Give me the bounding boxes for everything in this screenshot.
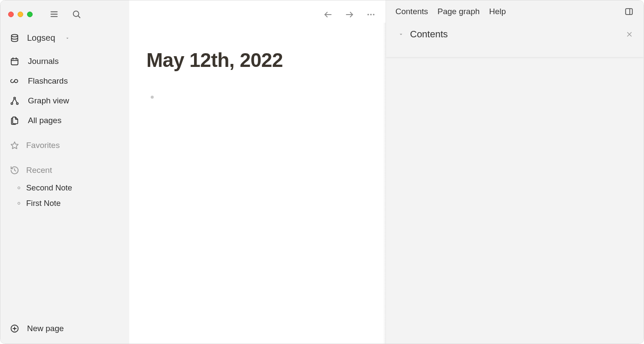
nav-graph-view[interactable]: Graph view xyxy=(0,91,129,111)
svg-point-10 xyxy=(14,97,15,99)
star-icon xyxy=(10,141,19,150)
main-content: May 12th, 2022 xyxy=(129,0,386,344)
recent-section[interactable]: Recent xyxy=(0,153,129,178)
svg-point-23 xyxy=(368,14,369,15)
page-content: May 12th, 2022 xyxy=(129,23,386,99)
bullet-icon xyxy=(18,187,20,189)
svg-rect-6 xyxy=(11,59,18,65)
nav-journals[interactable]: Journals xyxy=(0,51,129,71)
new-page-button[interactable]: New page xyxy=(0,316,129,344)
graph-name: Logseq xyxy=(27,33,55,43)
app-window: Logseq Journals Flashcards xyxy=(0,0,644,344)
tab-page-graph[interactable]: Page graph xyxy=(437,7,480,16)
favorites-label: Favorites xyxy=(26,141,60,150)
svg-line-4 xyxy=(78,16,80,18)
nav-flashcards[interactable]: Flashcards xyxy=(0,71,129,91)
left-sidebar: Logseq Journals Flashcards xyxy=(0,0,129,344)
minimize-window-button[interactable] xyxy=(18,12,23,17)
tab-contents[interactable]: Contents xyxy=(395,7,428,16)
recent-item-label: First Note xyxy=(26,199,61,208)
bullet-icon xyxy=(18,202,20,205)
svg-marker-15 xyxy=(11,142,18,149)
tab-help[interactable]: Help xyxy=(489,7,506,16)
maximize-window-button[interactable] xyxy=(27,12,33,17)
svg-point-25 xyxy=(373,14,375,15)
nav-label: Flashcards xyxy=(28,76,68,86)
graph-icon xyxy=(10,96,19,106)
bullet-icon xyxy=(151,96,154,99)
window-controls xyxy=(8,12,33,17)
new-page-label: New page xyxy=(27,324,64,333)
empty-block[interactable] xyxy=(146,96,368,99)
page-title[interactable]: May 12th, 2022 xyxy=(146,48,368,72)
database-icon xyxy=(10,33,19,43)
svg-point-11 xyxy=(11,103,13,104)
right-tabs: Contents Page graph Help xyxy=(386,0,644,21)
close-window-button[interactable] xyxy=(8,12,14,17)
svg-line-14 xyxy=(15,99,17,103)
svg-rect-26 xyxy=(626,9,632,15)
svg-point-5 xyxy=(12,34,18,37)
svg-point-24 xyxy=(370,14,372,15)
plus-circle-icon xyxy=(10,324,19,333)
history-icon xyxy=(10,166,19,175)
svg-line-13 xyxy=(12,99,15,103)
top-icons xyxy=(49,9,82,19)
collapse-caret-icon[interactable] xyxy=(398,31,404,37)
search-icon[interactable] xyxy=(71,9,82,19)
panel-title[interactable]: Contents xyxy=(410,29,448,40)
favorites-section[interactable]: Favorites xyxy=(0,133,129,153)
calendar-icon xyxy=(10,57,19,66)
titlebar xyxy=(0,5,129,27)
recent-item[interactable]: Second Note xyxy=(18,180,129,196)
panel-header: Contents xyxy=(398,29,633,40)
recent-item[interactable]: First Note xyxy=(18,196,129,211)
forward-button[interactable] xyxy=(343,9,355,21)
infinity-icon xyxy=(10,76,19,86)
menu-icon[interactable] xyxy=(49,9,59,19)
recent-label: Recent xyxy=(26,166,52,175)
nav-label: All pages xyxy=(28,116,61,125)
close-panel-button[interactable] xyxy=(626,30,633,38)
contents-panel: Contents xyxy=(386,21,644,57)
nav-label: Journals xyxy=(28,57,59,66)
nav-label: Graph view xyxy=(28,96,69,106)
scroll-shadow xyxy=(383,23,386,344)
graph-selector[interactable]: Logseq xyxy=(0,27,129,49)
recent-list: Second Note First Note xyxy=(0,178,129,211)
nav-list: Journals Flashcards Graph view All pages xyxy=(0,49,129,133)
recent-item-label: Second Note xyxy=(26,183,72,193)
right-sidebar: Contents Page graph Help Contents xyxy=(386,0,644,344)
svg-point-12 xyxy=(16,103,18,104)
svg-line-17 xyxy=(15,170,16,171)
toggle-right-sidebar-icon[interactable] xyxy=(624,6,634,17)
chevron-down-icon xyxy=(65,36,70,41)
pages-icon xyxy=(10,116,19,125)
back-button[interactable] xyxy=(322,9,334,21)
nav-all-pages[interactable]: All pages xyxy=(0,111,129,130)
main-toolbar xyxy=(129,0,386,23)
more-menu-button[interactable] xyxy=(365,9,377,21)
